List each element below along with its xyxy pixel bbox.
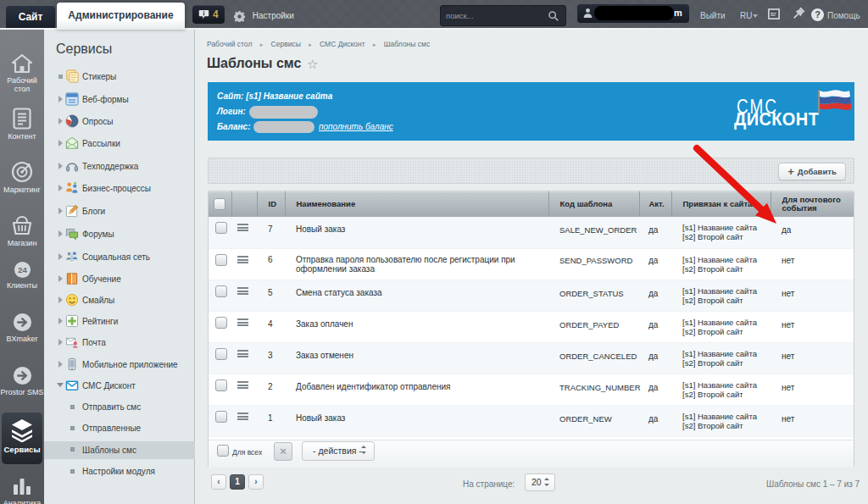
svg-text:24: 24 xyxy=(18,265,27,274)
